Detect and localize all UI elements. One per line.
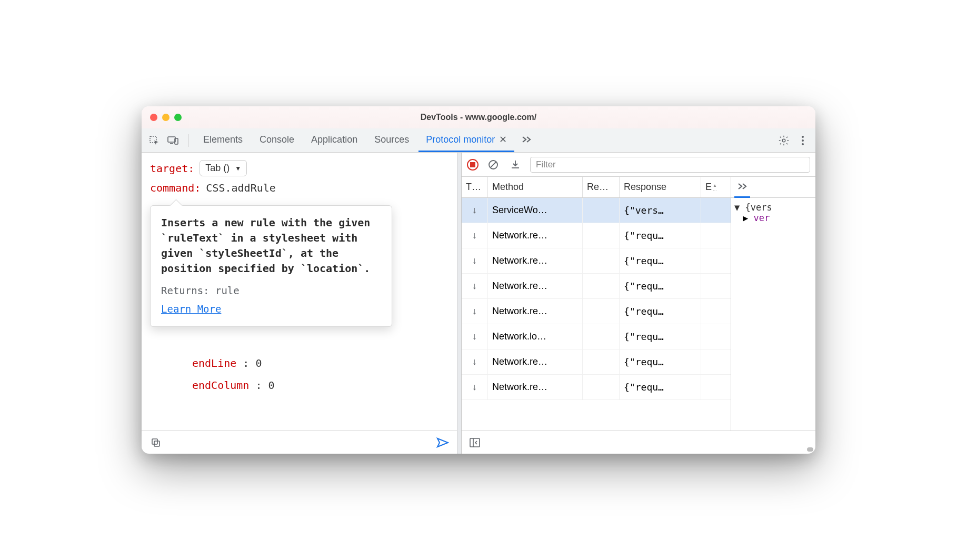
send-command-button[interactable] xyxy=(435,435,451,451)
command-value[interactable]: CSS.addRule xyxy=(206,182,275,194)
table-row[interactable]: ↓Network.lo…{"requ… xyxy=(462,324,731,349)
table-row[interactable]: ↓Network.re…{"requ… xyxy=(462,299,731,324)
close-tab-icon[interactable]: ✕ xyxy=(499,134,507,145)
window-title: DevTools - www.google.com/ xyxy=(142,113,815,122)
command-row: command: CSS.addRule xyxy=(150,182,448,194)
detail-body: ▼ {vers ▶ ver xyxy=(731,198,815,431)
titlebar: DevTools - www.google.com/ xyxy=(142,106,815,128)
cell-direction: ↓ xyxy=(462,299,488,324)
tab-application[interactable]: Application xyxy=(304,128,365,152)
cell-request xyxy=(583,248,620,273)
tab-label: Console xyxy=(260,134,294,145)
table-row[interactable]: ↓Network.re…{"requ… xyxy=(462,248,731,274)
cell-method: Network.re… xyxy=(488,299,583,324)
svg-rect-7 xyxy=(152,439,157,444)
col-response[interactable]: Response xyxy=(620,177,701,197)
command-editor-body: target: Tab () ▼ command: CSS.addRule In… xyxy=(142,153,457,431)
cell-request xyxy=(583,324,620,349)
table-row[interactable]: ↓ServiceWo…{"vers… xyxy=(462,198,731,223)
cell-response: {"requ… xyxy=(620,349,701,374)
tab-sources[interactable]: Sources xyxy=(367,128,416,152)
col-type[interactable]: T… xyxy=(462,177,488,197)
col-elapsed[interactable]: E▲… xyxy=(701,177,731,197)
target-select[interactable]: Tab () ▼ xyxy=(200,160,247,176)
record-button[interactable] xyxy=(467,159,478,171)
table-header: T… Method Re… Response E▲… xyxy=(462,177,731,198)
cell-response: {"requ… xyxy=(620,324,701,349)
tab-label: Elements xyxy=(203,134,243,145)
clear-icon[interactable] xyxy=(486,157,501,172)
table-row[interactable]: ↓Network.re…{"requ… xyxy=(462,223,731,248)
detail-header xyxy=(731,177,815,198)
monitor-split: T… Method Re… Response E▲… ↓ServiceWo…{"… xyxy=(462,177,815,431)
svg-point-5 xyxy=(802,139,804,142)
devtools-window: DevTools - www.google.com/ Elements Cons… xyxy=(142,106,815,454)
monitor-pane: Filter T… Method Re… Response E▲… ↓Servi… xyxy=(462,153,815,454)
detail-pane: ▼ {vers ▶ ver xyxy=(731,177,815,431)
command-label: command: xyxy=(150,182,201,194)
command-doc-tooltip: Inserts a new rule with the given `ruleT… xyxy=(150,205,392,327)
col-method[interactable]: Method xyxy=(488,177,583,197)
param-value[interactable]: 0 xyxy=(255,357,262,369)
cell-method: Network.re… xyxy=(488,248,583,273)
cell-response: {"requ… xyxy=(620,248,701,273)
param-key: endLine xyxy=(192,357,236,369)
copy-icon[interactable] xyxy=(148,435,164,451)
svg-point-4 xyxy=(802,136,804,138)
cell-request xyxy=(583,349,620,374)
inspect-element-icon[interactable] xyxy=(147,133,162,148)
tab-label: Application xyxy=(311,134,357,145)
cell-method: ServiceWo… xyxy=(488,198,583,223)
param-key: endColumn xyxy=(192,379,249,392)
cell-method: Network.re… xyxy=(488,274,583,298)
more-tabs-button[interactable] xyxy=(516,128,536,152)
kebab-menu-icon[interactable] xyxy=(795,133,810,148)
target-row: target: Tab () ▼ xyxy=(150,160,448,176)
cell-method: Network.re… xyxy=(488,375,583,399)
monitor-footer xyxy=(462,431,815,454)
device-toolbar-icon[interactable] xyxy=(166,133,181,148)
settings-icon[interactable] xyxy=(776,133,791,148)
cell-elapsed xyxy=(701,223,731,248)
col-request[interactable]: Re… xyxy=(583,177,620,197)
cell-request xyxy=(583,375,620,399)
svg-rect-8 xyxy=(154,441,160,446)
filter-input[interactable]: Filter xyxy=(530,157,810,173)
command-editor-footer xyxy=(142,431,457,454)
cell-response: {"requ… xyxy=(620,375,701,399)
cell-elapsed xyxy=(701,375,731,399)
toggle-sidebar-icon[interactable] xyxy=(467,435,483,451)
cell-direction: ↓ xyxy=(462,198,488,223)
tree-root[interactable]: ▼ {vers xyxy=(734,202,812,213)
cell-direction: ↓ xyxy=(462,324,488,349)
main-toolbar: Elements Console Application Sources Pro… xyxy=(142,128,815,153)
command-params: endLine : 0 endColumn : 0 xyxy=(150,352,448,396)
sort-icon: ▲… xyxy=(713,184,717,191)
tab-protocol-monitor[interactable]: Protocol monitor ✕ xyxy=(418,128,514,152)
table-row[interactable]: ↓Network.re…{"requ… xyxy=(462,375,731,400)
cell-request xyxy=(583,198,620,223)
param-value[interactable]: 0 xyxy=(268,379,275,392)
cell-direction: ↓ xyxy=(462,223,488,248)
tab-label: Sources xyxy=(374,134,409,145)
pane-resizer[interactable] xyxy=(457,153,462,454)
table-row[interactable]: ↓Network.re…{"requ… xyxy=(462,349,731,375)
learn-more-link[interactable]: Learn More xyxy=(161,303,221,315)
table-row[interactable]: ↓Network.re…{"requ… xyxy=(462,274,731,299)
more-tabs-icon[interactable] xyxy=(736,182,748,193)
filter-placeholder: Filter xyxy=(536,159,556,170)
tree-child[interactable]: ▶ ver xyxy=(734,213,812,223)
cell-direction: ↓ xyxy=(462,274,488,298)
tab-console[interactable]: Console xyxy=(252,128,302,152)
tab-label: Protocol monitor xyxy=(426,134,495,145)
cell-elapsed xyxy=(701,198,731,223)
tab-elements[interactable]: Elements xyxy=(196,128,250,152)
cell-method: Network.lo… xyxy=(488,324,583,349)
toolbar-separator xyxy=(188,134,188,147)
cell-direction: ↓ xyxy=(462,248,488,273)
cell-elapsed xyxy=(701,299,731,324)
cell-request xyxy=(583,223,620,248)
save-icon[interactable] xyxy=(508,157,523,172)
tooltip-description: Inserts a new rule with the given `ruleT… xyxy=(161,215,381,276)
monitor-toolbar: Filter xyxy=(462,153,815,177)
